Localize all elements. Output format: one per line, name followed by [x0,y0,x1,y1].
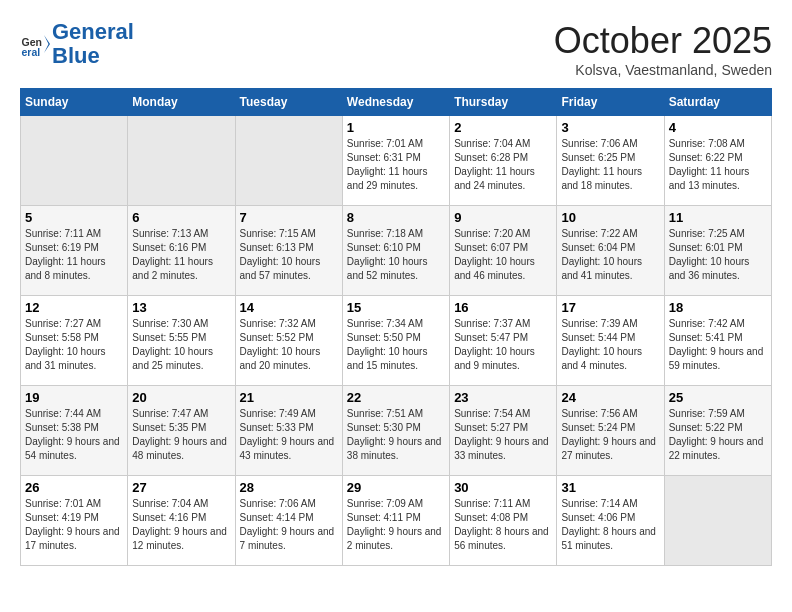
weekday-header: Tuesday [235,89,342,116]
day-number: 15 [347,300,445,315]
day-number: 10 [561,210,659,225]
day-number: 3 [561,120,659,135]
svg-text:eral: eral [22,46,41,58]
location-subtitle: Kolsva, Vaestmanland, Sweden [554,62,772,78]
calendar-cell: 6 Sunrise: 7:13 AMSunset: 6:16 PMDayligh… [128,206,235,296]
day-detail: Sunrise: 7:32 AMSunset: 5:52 PMDaylight:… [240,317,338,373]
day-number: 29 [347,480,445,495]
day-detail: Sunrise: 7:11 AMSunset: 6:19 PMDaylight:… [25,227,123,283]
day-number: 20 [132,390,230,405]
calendar-cell: 31 Sunrise: 7:14 AMSunset: 4:06 PMDaylig… [557,476,664,566]
calendar-cell [664,476,771,566]
calendar-week-row: 1 Sunrise: 7:01 AMSunset: 6:31 PMDayligh… [21,116,772,206]
day-number: 28 [240,480,338,495]
day-detail: Sunrise: 7:27 AMSunset: 5:58 PMDaylight:… [25,317,123,373]
day-detail: Sunrise: 7:30 AMSunset: 5:55 PMDaylight:… [132,317,230,373]
day-detail: Sunrise: 7:14 AMSunset: 4:06 PMDaylight:… [561,497,659,553]
calendar-cell [21,116,128,206]
day-detail: Sunrise: 7:06 AMSunset: 4:14 PMDaylight:… [240,497,338,553]
day-detail: Sunrise: 7:06 AMSunset: 6:25 PMDaylight:… [561,137,659,193]
day-detail: Sunrise: 7:01 AMSunset: 6:31 PMDaylight:… [347,137,445,193]
calendar-cell [128,116,235,206]
day-number: 24 [561,390,659,405]
day-detail: Sunrise: 7:44 AMSunset: 5:38 PMDaylight:… [25,407,123,463]
day-detail: Sunrise: 7:42 AMSunset: 5:41 PMDaylight:… [669,317,767,373]
day-number: 5 [25,210,123,225]
day-number: 4 [669,120,767,135]
weekday-header: Wednesday [342,89,449,116]
calendar-cell: 21 Sunrise: 7:49 AMSunset: 5:33 PMDaylig… [235,386,342,476]
day-detail: Sunrise: 7:39 AMSunset: 5:44 PMDaylight:… [561,317,659,373]
day-number: 26 [25,480,123,495]
calendar-cell: 14 Sunrise: 7:32 AMSunset: 5:52 PMDaylig… [235,296,342,386]
title-block: October 2025 Kolsva, Vaestmanland, Swede… [554,20,772,78]
day-number: 14 [240,300,338,315]
calendar-cell: 1 Sunrise: 7:01 AMSunset: 6:31 PMDayligh… [342,116,449,206]
calendar-cell: 26 Sunrise: 7:01 AMSunset: 4:19 PMDaylig… [21,476,128,566]
day-number: 27 [132,480,230,495]
day-detail: Sunrise: 7:18 AMSunset: 6:10 PMDaylight:… [347,227,445,283]
day-number: 21 [240,390,338,405]
day-number: 19 [25,390,123,405]
day-detail: Sunrise: 7:34 AMSunset: 5:50 PMDaylight:… [347,317,445,373]
calendar-cell: 18 Sunrise: 7:42 AMSunset: 5:41 PMDaylig… [664,296,771,386]
day-number: 13 [132,300,230,315]
logo-text: GeneralBlue [52,20,134,68]
calendar-cell: 15 Sunrise: 7:34 AMSunset: 5:50 PMDaylig… [342,296,449,386]
day-detail: Sunrise: 7:15 AMSunset: 6:13 PMDaylight:… [240,227,338,283]
day-number: 12 [25,300,123,315]
weekday-header: Monday [128,89,235,116]
day-number: 9 [454,210,552,225]
calendar-cell: 25 Sunrise: 7:59 AMSunset: 5:22 PMDaylig… [664,386,771,476]
day-detail: Sunrise: 7:11 AMSunset: 4:08 PMDaylight:… [454,497,552,553]
calendar-cell: 24 Sunrise: 7:56 AMSunset: 5:24 PMDaylig… [557,386,664,476]
calendar-cell: 5 Sunrise: 7:11 AMSunset: 6:19 PMDayligh… [21,206,128,296]
day-number: 7 [240,210,338,225]
calendar-cell: 11 Sunrise: 7:25 AMSunset: 6:01 PMDaylig… [664,206,771,296]
day-number: 17 [561,300,659,315]
day-number: 23 [454,390,552,405]
calendar-cell: 8 Sunrise: 7:18 AMSunset: 6:10 PMDayligh… [342,206,449,296]
day-detail: Sunrise: 7:01 AMSunset: 4:19 PMDaylight:… [25,497,123,553]
calendar-week-row: 12 Sunrise: 7:27 AMSunset: 5:58 PMDaylig… [21,296,772,386]
day-detail: Sunrise: 7:37 AMSunset: 5:47 PMDaylight:… [454,317,552,373]
day-number: 16 [454,300,552,315]
calendar-week-row: 19 Sunrise: 7:44 AMSunset: 5:38 PMDaylig… [21,386,772,476]
day-number: 31 [561,480,659,495]
calendar-cell: 19 Sunrise: 7:44 AMSunset: 5:38 PMDaylig… [21,386,128,476]
calendar-week-row: 5 Sunrise: 7:11 AMSunset: 6:19 PMDayligh… [21,206,772,296]
weekday-header-row: SundayMondayTuesdayWednesdayThursdayFrid… [21,89,772,116]
day-detail: Sunrise: 7:22 AMSunset: 6:04 PMDaylight:… [561,227,659,283]
calendar-cell: 2 Sunrise: 7:04 AMSunset: 6:28 PMDayligh… [450,116,557,206]
calendar-cell: 23 Sunrise: 7:54 AMSunset: 5:27 PMDaylig… [450,386,557,476]
calendar-cell: 13 Sunrise: 7:30 AMSunset: 5:55 PMDaylig… [128,296,235,386]
day-number: 6 [132,210,230,225]
calendar-cell: 10 Sunrise: 7:22 AMSunset: 6:04 PMDaylig… [557,206,664,296]
day-number: 8 [347,210,445,225]
logo-icon: Gen eral [20,29,50,59]
calendar-cell: 28 Sunrise: 7:06 AMSunset: 4:14 PMDaylig… [235,476,342,566]
day-number: 11 [669,210,767,225]
day-detail: Sunrise: 7:47 AMSunset: 5:35 PMDaylight:… [132,407,230,463]
day-detail: Sunrise: 7:08 AMSunset: 6:22 PMDaylight:… [669,137,767,193]
day-detail: Sunrise: 7:54 AMSunset: 5:27 PMDaylight:… [454,407,552,463]
calendar-cell: 27 Sunrise: 7:04 AMSunset: 4:16 PMDaylig… [128,476,235,566]
day-detail: Sunrise: 7:09 AMSunset: 4:11 PMDaylight:… [347,497,445,553]
calendar-cell [235,116,342,206]
day-detail: Sunrise: 7:20 AMSunset: 6:07 PMDaylight:… [454,227,552,283]
svg-marker-2 [44,35,50,53]
calendar-cell: 17 Sunrise: 7:39 AMSunset: 5:44 PMDaylig… [557,296,664,386]
day-number: 18 [669,300,767,315]
calendar-cell: 12 Sunrise: 7:27 AMSunset: 5:58 PMDaylig… [21,296,128,386]
logo: Gen eral GeneralBlue [20,20,134,68]
weekday-header: Sunday [21,89,128,116]
page-header: Gen eral GeneralBlue October 2025 Kolsva… [20,20,772,78]
month-title: October 2025 [554,20,772,62]
weekday-header: Thursday [450,89,557,116]
day-number: 25 [669,390,767,405]
weekday-header: Friday [557,89,664,116]
day-number: 22 [347,390,445,405]
day-detail: Sunrise: 7:04 AMSunset: 4:16 PMDaylight:… [132,497,230,553]
day-number: 1 [347,120,445,135]
day-detail: Sunrise: 7:51 AMSunset: 5:30 PMDaylight:… [347,407,445,463]
